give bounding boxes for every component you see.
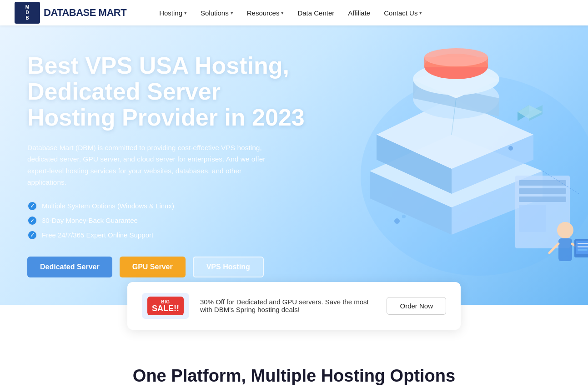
platform-title: One Platform, Multiple Hosting Options xyxy=(27,366,561,386)
gpu-server-button[interactable]: GPU Server xyxy=(120,257,186,277)
svg-point-34 xyxy=(508,146,513,151)
check-icon-2: ✓ xyxy=(27,216,37,226)
navbar: MDB DATABASE MART Hosting ▾ Solutions ▾ … xyxy=(0,0,588,25)
svg-point-32 xyxy=(394,218,400,224)
svg-point-33 xyxy=(402,215,406,218)
svg-point-23 xyxy=(557,222,573,238)
hero-title: Best VPS USA Hosting, Dedicated Server H… xyxy=(27,53,309,131)
hero-description: Database Mart (DBM) is committed to prov… xyxy=(27,142,282,188)
logo-icon: MDB xyxy=(15,2,40,24)
chevron-down-icon: ▾ xyxy=(184,10,187,16)
dedicated-server-button[interactable]: Dedicated Server xyxy=(27,257,112,277)
promo-text: 30% Off for Dedicated and GPU servers. S… xyxy=(200,298,376,313)
chevron-down-icon: ▾ xyxy=(231,10,233,16)
svg-rect-30 xyxy=(578,246,588,247)
nav-item-affiliate[interactable]: Affiliate xyxy=(342,6,376,20)
nav-links: Hosting ▾ Solutions ▾ Resources ▾ Data C… xyxy=(154,6,573,20)
nav-item-datacenter[interactable]: Data Center xyxy=(292,6,340,20)
svg-rect-24 xyxy=(558,238,572,261)
nav-item-resources[interactable]: Resources ▾ xyxy=(241,6,290,20)
hero-section: Best VPS USA Hosting, Dedicated Server H… xyxy=(0,25,588,305)
svg-rect-20 xyxy=(519,188,566,194)
feature-item-1: ✓ Multiple System Options (Windows & Lin… xyxy=(27,201,309,211)
hero-content: Best VPS USA Hosting, Dedicated Server H… xyxy=(27,53,309,277)
chevron-down-icon: ▾ xyxy=(419,10,422,16)
check-icon-1: ✓ xyxy=(27,201,37,211)
svg-rect-31 xyxy=(578,249,588,251)
promo-badge: BIG SALE!! xyxy=(142,293,189,319)
platform-section: One Platform, Multiple Hosting Options D… xyxy=(0,330,588,388)
nav-item-hosting[interactable]: Hosting ▾ xyxy=(154,6,192,20)
feature-item-2: ✓ 30-Day Money-Back Guarantee xyxy=(27,216,309,226)
logo-link[interactable]: MDB DATABASE MART xyxy=(15,2,126,24)
svg-rect-22 xyxy=(519,205,546,232)
svg-point-14 xyxy=(424,48,488,66)
order-now-button[interactable]: Order Now xyxy=(387,297,446,315)
check-icon-3: ✓ xyxy=(27,230,37,240)
svg-rect-29 xyxy=(578,243,588,244)
hero-buttons: Dedicated Server GPU Server VPS Hosting xyxy=(27,257,309,277)
nav-item-contact[interactable]: Contact Us ▾ xyxy=(378,6,427,20)
nav-item-solutions[interactable]: Solutions ▾ xyxy=(195,6,239,20)
promo-banner: BIG SALE!! 30% Off for Dedicated and GPU… xyxy=(127,282,461,330)
svg-rect-19 xyxy=(519,180,566,186)
vps-hosting-button[interactable]: VPS Hosting xyxy=(193,257,264,277)
sale-text: SALE!! xyxy=(152,304,179,312)
hero-features-list: ✓ Multiple System Options (Windows & Lin… xyxy=(27,201,309,240)
feature-item-3: ✓ Free 24/7/365 Expert Online Support xyxy=(27,230,309,240)
logo-text: DATABASE MART xyxy=(44,7,126,19)
hero-illustration xyxy=(306,39,588,280)
chevron-down-icon: ▾ xyxy=(281,10,284,16)
svg-rect-21 xyxy=(519,197,566,202)
